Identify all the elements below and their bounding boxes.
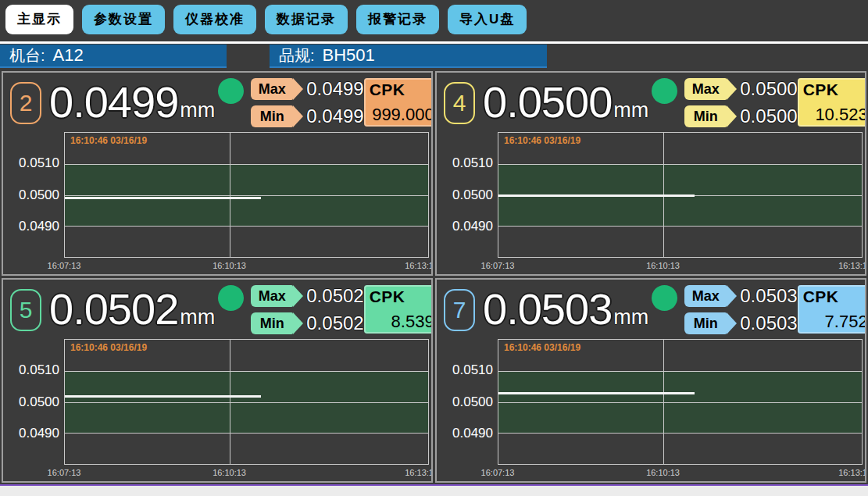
channel-panels-grid: 2 0.0499 mm Max 0.0499 Min 0.0499: [0, 71, 868, 483]
cpk-label: CPK: [370, 80, 433, 99]
x-tick: 16:07:13: [481, 468, 515, 477]
y-axis-labels: 0.0510 0.0500 0.0490: [437, 339, 498, 465]
x-tick: 16:10:13: [646, 468, 680, 477]
cpk-value: 10.523: [803, 105, 866, 124]
channel-number-badge: 2: [10, 82, 41, 124]
min-row: Min 0.0500: [684, 105, 797, 127]
channel-number-badge: 5: [10, 289, 41, 331]
gridline-h: [498, 371, 862, 372]
tab-main-display[interactable]: 主显示: [5, 5, 73, 34]
max-row: Max 0.0502: [251, 285, 363, 307]
cpk-value: 8.539: [370, 312, 433, 331]
chart-timestamp: 16:10:46 03/16/19: [504, 342, 580, 353]
y-tick: 0.0500: [19, 394, 59, 410]
cpk-label: CPK: [370, 287, 433, 306]
min-value: 0.0502: [306, 312, 363, 334]
cpk-label: CPK: [803, 80, 866, 99]
x-tick: 16:13:13: [405, 468, 433, 477]
product-label: 品规:: [279, 45, 315, 66]
chart-plot-area: 16:10:46 03/16/19: [498, 339, 863, 465]
x-tick: 16:10:13: [646, 261, 680, 270]
product-info-box: 品规: BH501: [270, 45, 547, 68]
chart-plot-area: 16:10:46 03/16/19: [64, 132, 429, 258]
gridline-h: [498, 433, 862, 434]
panel-header: 5 0.0502 mm Max 0.0502 Min 0.0502: [3, 280, 431, 339]
max-min-block: Max 0.0499 Min 0.0499: [251, 78, 363, 127]
y-axis-labels: 0.0510 0.0500 0.0490: [3, 339, 64, 465]
machine-label: 机台:: [9, 45, 45, 66]
cpk-box: CPK 10.523: [798, 78, 866, 127]
x-tick: 16:07:13: [48, 261, 81, 270]
status-ok-indicator: [218, 78, 244, 104]
measurement-value: 0.0500 mm: [483, 80, 648, 124]
cpk-value: 999.000: [370, 105, 433, 124]
value-number: 0.0500: [483, 80, 612, 124]
tab-bar: 主显示 参数设置 仪器校准 数据记录 报警记录 导入U盘: [0, 0, 868, 34]
measurement-trend-line: [498, 392, 695, 394]
max-min-block: Max 0.0502 Min 0.0502: [251, 285, 363, 334]
min-value: 0.0503: [740, 312, 797, 334]
tab-data-record[interactable]: 数据记录: [265, 5, 348, 34]
min-row: Min 0.0499: [251, 105, 363, 127]
status-ok-indicator: [218, 285, 244, 311]
x-tick: 16:07:13: [48, 468, 81, 477]
value-unit: mm: [180, 98, 215, 123]
cpk-box: CPK 999.000: [364, 78, 433, 127]
max-tag: Max: [251, 78, 293, 100]
y-tick: 0.0510: [452, 155, 493, 171]
gridline-h: [65, 164, 428, 165]
gridline-h: [65, 371, 428, 372]
chart-plot-area: 16:10:46 03/16/19: [498, 132, 863, 258]
cpk-label: CPK: [803, 287, 866, 306]
max-value: 0.0499: [306, 78, 363, 100]
max-value: 0.0502: [306, 285, 363, 307]
tab-parameter-settings[interactable]: 参数设置: [82, 5, 165, 34]
value-number: 0.0503: [483, 287, 612, 331]
channel-panel-2: 2 0.0499 mm Max 0.0499 Min 0.0499: [2, 71, 433, 276]
gridline-h: [498, 164, 862, 165]
gridline-h: [498, 226, 862, 227]
gridline-v: [230, 340, 230, 464]
value-number: 0.0502: [49, 287, 178, 331]
max-tag: Max: [684, 285, 727, 307]
x-axis-labels: 16:07:13 16:10:13 16:13:13: [64, 258, 429, 274]
chart-timestamp: 16:10:46 03/16/19: [504, 135, 580, 146]
x-tick: 16:10:13: [213, 261, 246, 270]
channel-panel-4: 4 0.0500 mm Max 0.0500 Min 0.0500: [435, 71, 866, 276]
chart-timestamp: 16:10:46 03/16/19: [70, 135, 147, 146]
channel-panel-5: 5 0.0502 mm Max 0.0502 Min 0.0502: [2, 278, 433, 483]
max-value: 0.0500: [740, 78, 797, 100]
y-tick: 0.0490: [19, 219, 59, 234]
cpk-box: CPK 7.752: [798, 285, 866, 334]
x-axis-labels: 16:07:13 16:10:13 16:13:13: [498, 258, 863, 274]
cpk-box: CPK 8.539: [364, 285, 433, 334]
footer-strip: [0, 486, 868, 496]
gridline-h: [65, 433, 428, 434]
max-row: Max 0.0503: [684, 285, 797, 307]
x-axis-labels: 16:07:13 16:10:13 16:13:13: [64, 465, 429, 481]
panel-header: 7 0.0503 mm Max 0.0503 Min 0.0503: [437, 280, 865, 339]
status-ok-indicator: [652, 78, 677, 104]
x-tick: 16:13:13: [405, 261, 433, 270]
max-min-block: Max 0.0500 Min 0.0500: [684, 78, 797, 127]
y-axis-labels: 0.0510 0.0500 0.0490: [3, 132, 64, 258]
tab-instrument-calibration[interactable]: 仪器校准: [173, 5, 256, 34]
tab-alarm-record[interactable]: 报警记录: [356, 5, 439, 34]
panel-header: 2 0.0499 mm Max 0.0499 Min 0.0499: [3, 73, 431, 132]
y-tick: 0.0490: [19, 426, 59, 441]
machine-value: A12: [53, 45, 84, 66]
trend-chart: 0.0510 0.0500 0.0490 16:10:46 03/16/19: [437, 132, 865, 258]
gridline-h: [65, 195, 428, 196]
tab-import-usb[interactable]: 导入U盘: [448, 5, 527, 34]
max-row: Max 0.0499: [251, 78, 363, 100]
max-row: Max 0.0500: [684, 78, 797, 100]
gridline-h: [498, 402, 862, 403]
max-tag: Max: [684, 78, 727, 100]
value-unit: mm: [180, 305, 215, 330]
y-tick: 0.0510: [19, 362, 59, 378]
y-tick: 0.0500: [452, 187, 493, 203]
y-tick: 0.0490: [452, 426, 493, 441]
gridline-v: [230, 133, 230, 257]
status-ok-indicator: [652, 285, 677, 311]
measurement-value: 0.0502 mm: [49, 287, 215, 331]
